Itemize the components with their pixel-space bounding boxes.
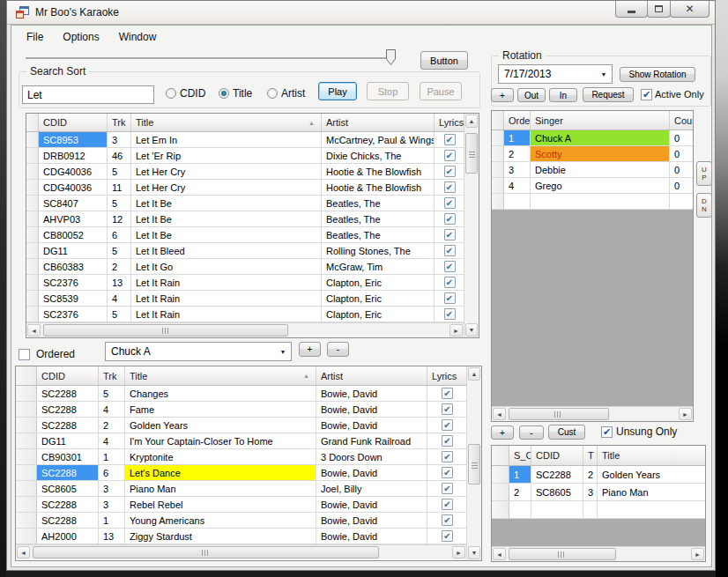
- v-scroll-thumb[interactable]: [468, 444, 480, 485]
- cell[interactable]: 0: [670, 162, 693, 177]
- table-row[interactable]: DRB091246Let 'Er RipDixie Chicks, The✔: [26, 148, 464, 164]
- cell[interactable]: SC2376: [39, 307, 108, 322]
- move-down-button[interactable]: DN: [696, 193, 712, 218]
- column-header-t[interactable]: T: [583, 446, 598, 465]
- lyrics-checkbox[interactable]: ✔: [444, 197, 456, 209]
- cell[interactable]: Piano Man: [598, 484, 705, 500]
- row-header[interactable]: [16, 418, 37, 433]
- cell[interactable]: Golden Years: [598, 466, 705, 483]
- table-row[interactable]: 2SC86053Piano Man: [492, 484, 705, 501]
- cell[interactable]: Beatles, The: [322, 211, 435, 226]
- active-only-label[interactable]: Active Only: [655, 89, 704, 100]
- lyrics-checkbox[interactable]: ✔: [442, 451, 453, 462]
- scroll-right-icon[interactable]: ►: [691, 548, 704, 560]
- cell[interactable]: 6: [108, 227, 131, 242]
- cell[interactable]: 4: [99, 402, 125, 417]
- cell[interactable]: 11: [108, 180, 131, 195]
- cell[interactable]: Golden Years: [125, 418, 316, 433]
- table-row[interactable]: SC85394Let It RainClapton, Eric✔: [26, 291, 464, 307]
- cell[interactable]: Clapton, Eric: [322, 275, 435, 290]
- table-row[interactable]: CB903011Kryptonite3 Doors Down✔: [16, 449, 466, 465]
- cell[interactable]: Joel, Billy: [316, 481, 427, 496]
- table-row[interactable]: SC89533Let Em InMcCartney, Paul & Wings✔: [26, 132, 464, 148]
- lyrics-cell[interactable]: ✔: [427, 481, 466, 496]
- cell[interactable]: Beatles, The: [322, 196, 435, 211]
- table-row[interactable]: SC22884FameBowie, David✔: [16, 402, 466, 418]
- cell[interactable]: Let Her Cry: [131, 180, 322, 195]
- cell[interactable]: Rolling Stones, The: [322, 243, 435, 258]
- radio-cdid[interactable]: [166, 88, 176, 99]
- row-header[interactable]: [492, 178, 504, 193]
- lyrics-cell[interactable]: ✔: [435, 196, 464, 211]
- cust-button[interactable]: Cust: [548, 425, 585, 440]
- cell[interactable]: 3: [108, 132, 131, 147]
- singer-grid[interactable]: CDIDTrkTitle▲ArtistLyricsSC22885ChangesB…: [15, 366, 482, 561]
- scroll-down-icon[interactable]: ▼: [465, 323, 478, 337]
- cell[interactable]: Bowie, David: [316, 418, 427, 433]
- table-row[interactable]: 1SC22882Golden Years: [492, 466, 705, 484]
- column-header-singer[interactable]: Singer: [531, 111, 670, 129]
- lyrics-checkbox[interactable]: ✔: [444, 261, 456, 272]
- queue-grid[interactable]: S_CCDIDTTitle1SC22882Golden Years2SC8605…: [491, 445, 706, 562]
- row-header[interactable]: [492, 130, 504, 145]
- table-row[interactable]: SC22881Young AmericansBowie, David✔: [16, 513, 466, 529]
- cell[interactable]: Bowie, David: [316, 465, 427, 480]
- lyrics-checkbox[interactable]: ✔: [442, 483, 453, 494]
- lyrics-cell[interactable]: ✔: [435, 259, 464, 274]
- cell[interactable]: 0: [670, 178, 693, 193]
- scroll-down-icon[interactable]: ▼: [468, 546, 480, 559]
- table-row[interactable]: SC84075Let It BeBeatles, The✔: [26, 196, 464, 211]
- lyrics-checkbox[interactable]: ✔: [444, 213, 456, 225]
- cell[interactable]: SC2288: [37, 418, 99, 433]
- column-header-title[interactable]: Title▲: [125, 366, 316, 385]
- lyrics-cell[interactable]: ✔: [435, 275, 464, 290]
- scroll-right-icon[interactable]: ►: [452, 546, 465, 559]
- cell[interactable]: McGraw, Tim: [322, 259, 435, 274]
- cell[interactable]: SC2288: [37, 497, 99, 512]
- h-scroll-track[interactable]: [30, 546, 452, 559]
- lyrics-checkbox[interactable]: ✔: [444, 292, 456, 304]
- row-header[interactable]: [492, 162, 504, 177]
- cell[interactable]: 2: [504, 146, 531, 161]
- lyrics-checkbox[interactable]: ✔: [444, 150, 456, 161]
- ordered-checkbox[interactable]: [19, 349, 30, 360]
- row-header[interactable]: [26, 180, 39, 195]
- row-header[interactable]: [16, 513, 37, 528]
- active-only-checkbox[interactable]: ✔: [641, 89, 652, 100]
- lyrics-checkbox[interactable]: ✔: [442, 467, 453, 478]
- cell[interactable]: SC8539: [39, 291, 108, 306]
- h-scrollbar[interactable]: ◄►: [26, 322, 464, 337]
- table-row[interactable]: CB603832Let It GoMcGraw, Tim✔: [26, 259, 464, 275]
- cell[interactable]: 1: [99, 513, 125, 528]
- scroll-left-icon[interactable]: ◄: [493, 408, 506, 420]
- table-row[interactable]: DG115Let It BleedRolling Stones, The✔: [26, 243, 464, 259]
- cell[interactable]: Clapton, Eric: [322, 291, 435, 306]
- cell[interactable]: 5: [99, 386, 125, 401]
- cell[interactable]: Let It Be: [131, 211, 322, 226]
- row-header[interactable]: [26, 164, 39, 179]
- column-header-trk[interactable]: Trk: [99, 366, 125, 385]
- lyrics-checkbox[interactable]: ✔: [442, 388, 453, 399]
- cell[interactable]: SC2288: [37, 513, 99, 528]
- lyrics-cell[interactable]: ✔: [435, 148, 464, 163]
- row-header[interactable]: [16, 497, 37, 512]
- row-header[interactable]: [16, 529, 37, 544]
- cell[interactable]: Let It Be: [131, 227, 322, 242]
- scroll-left-icon[interactable]: ◄: [17, 546, 30, 559]
- radio-title-label[interactable]: Title: [233, 87, 252, 100]
- cell[interactable]: 0: [670, 146, 693, 161]
- cell[interactable]: 13: [99, 529, 125, 544]
- row-header[interactable]: [492, 484, 509, 500]
- cell[interactable]: Grego: [531, 178, 670, 193]
- table-row[interactable]: AHVP0312Let It BeBeatles, The✔: [26, 211, 464, 227]
- lyrics-checkbox[interactable]: ✔: [442, 419, 453, 431]
- cell[interactable]: Let Her Cry: [131, 164, 322, 179]
- lyrics-checkbox[interactable]: ✔: [442, 514, 453, 526]
- cell[interactable]: 5: [108, 243, 131, 258]
- singer-add-button[interactable]: +: [299, 342, 321, 357]
- row-header[interactable]: [16, 402, 37, 417]
- h-scrollbar[interactable]: ◄►: [492, 406, 693, 421]
- cell[interactable]: Piano Man: [125, 481, 316, 496]
- lyrics-cell[interactable]: ✔: [427, 465, 466, 480]
- show-rotation-button[interactable]: Show Rotation: [620, 67, 695, 82]
